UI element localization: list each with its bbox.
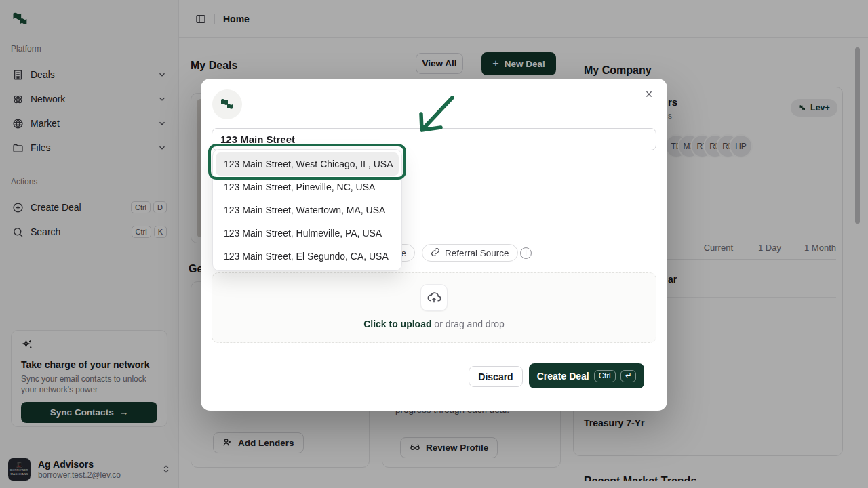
address-suggestion[interactable]: 123 Main Street, West Chicago, IL, USA xyxy=(216,152,399,176)
address-suggestion[interactable]: 123 Main Street, Hulmeville, PA, USA xyxy=(216,222,399,245)
cloud-upload-icon xyxy=(420,284,448,311)
kbd-ctrl: Ctrl xyxy=(594,370,616,382)
kbd-enter: ↵ xyxy=(620,370,637,382)
close-icon[interactable]: × xyxy=(640,85,658,103)
create-deal-modal: × ne Referral Source i 123 Main Street, … xyxy=(201,79,667,411)
info-icon[interactable]: i xyxy=(520,247,532,259)
address-suggestion[interactable]: 123 Main Street, Watertown, MA, USA xyxy=(216,199,399,222)
lev-logo-icon xyxy=(219,96,235,113)
address-suggestion[interactable]: 123 Main Street, Pineville, NC, USA xyxy=(216,176,399,199)
link-icon xyxy=(431,247,440,259)
address-suggestions-dropdown: 123 Main Street, West Chicago, IL, USA 1… xyxy=(212,149,402,271)
create-deal-button[interactable]: Create Deal Ctrl ↵ xyxy=(529,363,644,388)
referral-source-chip[interactable]: Referral Source xyxy=(422,244,518,262)
file-upload-dropzone[interactable]: Click to upload or drag and drop xyxy=(212,272,656,343)
lev-logo-badge xyxy=(212,89,242,119)
discard-button[interactable]: Discard xyxy=(469,366,523,387)
address-input[interactable] xyxy=(212,128,656,150)
address-suggestion[interactable]: 123 Main Street, El Segundo, CA, USA xyxy=(216,245,399,268)
